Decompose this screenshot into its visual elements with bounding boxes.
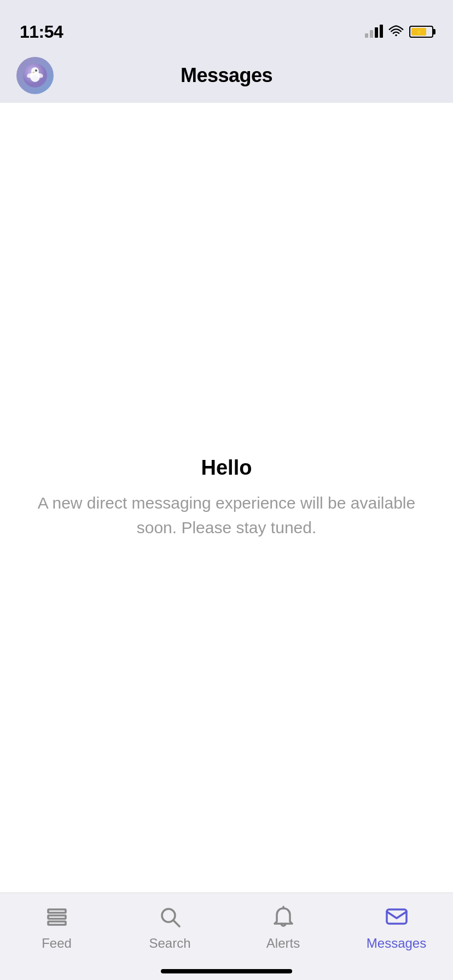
search-icon <box>156 903 184 931</box>
status-time: 11:54 <box>20 22 63 42</box>
tab-messages-label: Messages <box>367 936 426 951</box>
wifi-icon <box>388 26 404 38</box>
svg-rect-8 <box>48 909 66 913</box>
tab-alerts[interactable]: Alerts <box>226 903 340 951</box>
tab-messages[interactable]: Messages <box>340 903 453 951</box>
svg-point-0 <box>395 34 397 37</box>
nav-bar: Messages <box>0 48 453 103</box>
tab-bar: Feed Search Alerts Mess <box>0 892 453 980</box>
tab-alerts-label: Alerts <box>266 936 300 951</box>
tab-search-label: Search <box>149 936 190 951</box>
tab-feed-label: Feed <box>42 936 72 951</box>
messages-icon <box>382 903 411 931</box>
status-bar: 11:54 ⚡ <box>0 0 453 48</box>
alerts-icon <box>269 903 298 931</box>
avatar-bird-icon <box>23 63 47 88</box>
battery-icon: ⚡ <box>409 26 433 38</box>
empty-state-title: Hello <box>33 456 420 480</box>
empty-state: Hello A new direct messaging experience … <box>0 456 453 540</box>
status-icons: ⚡ <box>365 26 433 38</box>
svg-rect-14 <box>387 909 406 924</box>
empty-state-subtitle: A new direct messaging experience will b… <box>33 491 420 540</box>
svg-rect-9 <box>48 915 66 919</box>
page-title: Messages <box>181 64 272 87</box>
signal-icon <box>365 26 383 38</box>
feed-icon <box>43 903 71 931</box>
tab-feed[interactable]: Feed <box>0 903 113 951</box>
home-indicator <box>161 969 292 973</box>
svg-line-12 <box>173 920 179 926</box>
tab-search[interactable]: Search <box>113 903 226 951</box>
main-content: Hello A new direct messaging experience … <box>0 103 453 892</box>
svg-point-7 <box>35 69 37 72</box>
svg-rect-10 <box>48 921 66 925</box>
avatar[interactable] <box>16 57 54 94</box>
